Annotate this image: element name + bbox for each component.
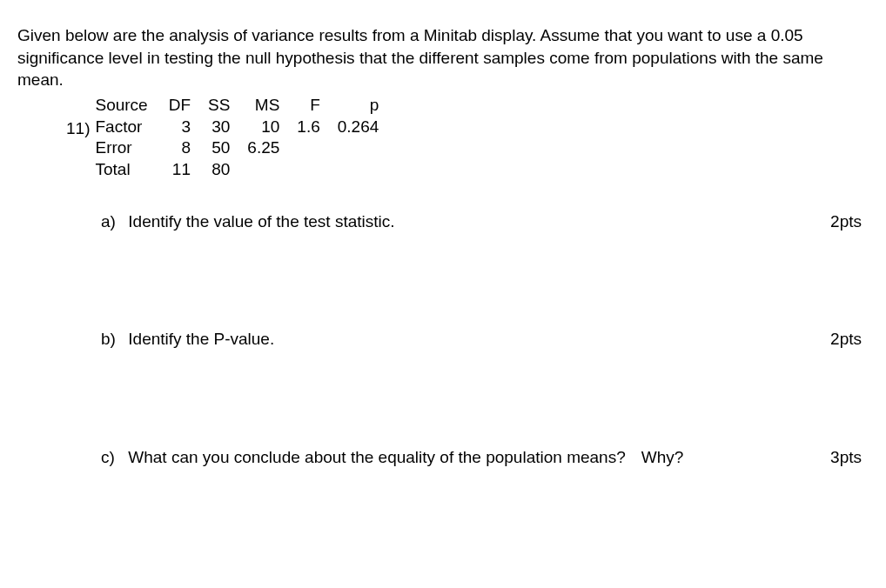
table-row: Total 11 80 (95, 159, 387, 181)
cell: 8 (160, 137, 199, 159)
cell: 0.264 (329, 117, 388, 138)
cell: 10 (238, 117, 288, 138)
cell: 30 (199, 117, 238, 138)
cell: 3 (160, 117, 199, 138)
col-f: F (288, 95, 328, 117)
cell: 80 (199, 159, 238, 181)
cell: 6.25 (238, 137, 288, 159)
cell: 11 (160, 159, 199, 181)
cell (238, 159, 288, 181)
cell: Error (95, 137, 159, 159)
cell (288, 137, 328, 159)
col-df: DF (160, 95, 199, 117)
table-header: Source DF SS MS F p (95, 95, 387, 117)
part-why: Why? (641, 446, 684, 469)
cell: 50 (199, 137, 238, 159)
part-label: b) (101, 328, 124, 351)
anova-table: Source DF SS MS F p Factor 3 30 10 1.6 0… (95, 95, 387, 181)
cell: Factor (95, 117, 159, 138)
cell: Total (95, 159, 159, 181)
part-question: Identify the value of the test statistic… (128, 212, 394, 231)
part-points: 2pts (830, 328, 862, 351)
part-question: Identify the P-value. (128, 330, 274, 348)
part-a: a) Identify the value of the test statis… (101, 210, 869, 233)
part-c-text: c) What can you conclude about the equal… (101, 446, 813, 469)
col-ss: SS (199, 95, 238, 117)
cell (288, 159, 328, 181)
part-b-text: b) Identify the P-value. (101, 328, 813, 351)
part-question: What can you conclude about the equality… (128, 448, 625, 466)
part-b: b) Identify the P-value. 2pts (101, 328, 869, 351)
cell (329, 159, 388, 181)
part-label: a) (101, 210, 124, 233)
part-a-text: a) Identify the value of the test statis… (101, 210, 813, 233)
question-number: 11) (66, 117, 90, 140)
table-row: Error 8 50 6.25 (95, 137, 387, 159)
anova-section: 11) Source DF SS MS F p Factor 3 30 10 1… (66, 95, 869, 181)
part-label: c) (101, 446, 124, 469)
part-c: c) What can you conclude about the equal… (101, 446, 869, 469)
col-source: Source (95, 95, 159, 117)
intro-text: Given below are the analysis of variance… (17, 24, 869, 91)
part-points: 3pts (830, 446, 862, 469)
cell: 1.6 (288, 117, 328, 138)
part-points: 2pts (830, 210, 862, 233)
col-ms: MS (238, 95, 288, 117)
table-row: Factor 3 30 10 1.6 0.264 (95, 117, 387, 138)
cell (329, 137, 388, 159)
question-parts: a) Identify the value of the test statis… (101, 210, 869, 469)
col-p: p (329, 95, 388, 117)
